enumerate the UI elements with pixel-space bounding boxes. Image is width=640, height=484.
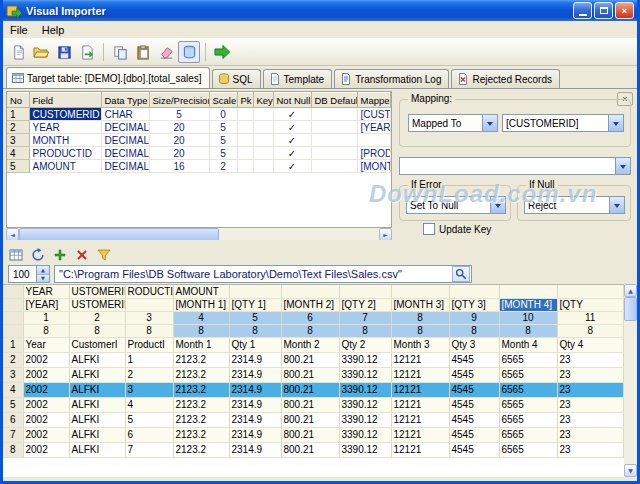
open-icon[interactable] (30, 41, 52, 63)
source-grid-cell[interactable]: 2123.2 (173, 397, 229, 412)
field-cell[interactable]: DECIMAL (101, 160, 149, 173)
source-grid-header-cell[interactable]: 8 (391, 324, 449, 337)
source-grid-header-cell[interactable]: 10 (499, 311, 557, 324)
field-cell[interactable]: ✓ (273, 147, 311, 160)
row-number[interactable]: 5 (7, 160, 29, 173)
field-cell[interactable]: [CUST (357, 108, 391, 121)
spin-up-button[interactable]: ▲ (37, 266, 49, 274)
mapped-to-select[interactable]: Mapped To (408, 114, 498, 132)
source-grid-header-cell[interactable]: 8 (125, 324, 173, 337)
source-grid-header-cell[interactable] (339, 285, 391, 298)
source-grid-cell[interactable]: 4545 (449, 412, 499, 427)
fields-grid-column-header[interactable]: Key (253, 93, 273, 108)
field-cell[interactable] (253, 160, 273, 173)
field-cell[interactable] (237, 147, 253, 160)
filter-icon[interactable] (95, 246, 113, 263)
source-grid-row[interactable]: 42002ALFKI32123.22314.9800.213390.121212… (3, 382, 624, 397)
source-grid-cell[interactable]: 6 (125, 427, 173, 442)
source-grid-row[interactable]: 62002ALFKI52123.22314.9800.213390.121212… (3, 412, 624, 427)
source-grid-vscrollbar[interactable]: ▲ ▼ (624, 284, 637, 477)
source-grid-cell[interactable]: 3 (125, 382, 173, 397)
source-grid-cell[interactable]: Month 1 (173, 337, 229, 352)
source-grid-cell[interactable]: 23 (557, 412, 624, 427)
source-grid-cell[interactable]: 6565 (499, 367, 557, 382)
field-cell[interactable] (253, 121, 273, 134)
field-cell[interactable]: ✓ (273, 121, 311, 134)
source-grid-cell[interactable]: Qty 2 (339, 337, 391, 352)
source-grid-cell[interactable]: ProductI (125, 337, 173, 352)
source-grid-cell[interactable]: 6565 (499, 412, 557, 427)
source-grid-cell[interactable]: 2314.9 (229, 367, 281, 382)
chevron-down-icon[interactable] (490, 197, 505, 213)
row-number[interactable]: 3 (7, 134, 29, 147)
clear-icon[interactable] (155, 41, 177, 63)
source-grid-cell[interactable]: 3390.12 (339, 397, 391, 412)
fields-grid-column-header[interactable]: Scale (209, 93, 237, 108)
export-icon[interactable] (76, 41, 98, 63)
file-path-combo[interactable]: "C:\Program Files\DB Software Laboratory… (54, 265, 472, 283)
source-grid-cell[interactable]: Qty 4 (557, 337, 624, 352)
checkbox-icon[interactable] (423, 223, 435, 235)
source-grid-header-cell[interactable]: 8 (339, 324, 391, 337)
source-grid-row[interactable]: 22002ALFKI12123.22314.9800.213390.121212… (3, 352, 624, 367)
field-cell[interactable]: ✓ (273, 108, 311, 121)
source-grid-cell[interactable]: 4545 (449, 352, 499, 367)
paste-icon[interactable] (132, 41, 154, 63)
source-grid-cell[interactable]: 2314.9 (229, 442, 281, 457)
source-grid-header-cell[interactable]: 5 (229, 311, 281, 324)
source-grid-row[interactable]: 82002ALFKI72123.22314.9800.213390.121212… (3, 442, 624, 457)
field-cell[interactable] (253, 134, 273, 147)
source-grid-cell[interactable]: 2314.9 (229, 382, 281, 397)
row-number[interactable]: 2 (7, 121, 29, 134)
field-cell[interactable]: DECIMAL (101, 134, 149, 147)
menu-help[interactable]: Help (35, 23, 72, 37)
source-grid-cell[interactable]: 6565 (499, 352, 557, 367)
source-grid-header-cell[interactable]: 8 (499, 324, 557, 337)
source-grid-cell[interactable]: Qty 3 (449, 337, 499, 352)
scroll-up-button[interactable]: ▲ (624, 284, 637, 297)
source-grid-cell[interactable]: 23 (557, 427, 624, 442)
source-grid-cell[interactable]: 2002 (23, 397, 69, 412)
source-grid-header-cell[interactable]: 4 (173, 311, 229, 324)
source-grid-header-cell[interactable]: [QTY (557, 298, 624, 311)
source-grid-cell[interactable]: 3390.12 (339, 367, 391, 382)
field-cell[interactable]: YEAR (29, 121, 101, 134)
if-error-select[interactable]: Set To Null (406, 196, 506, 214)
field-cell[interactable]: DECIMAL (101, 121, 149, 134)
source-grid-row[interactable]: 72002ALFKI62123.22314.9800.213390.121212… (3, 427, 624, 442)
source-grid-cell[interactable]: 2002 (23, 412, 69, 427)
source-grid-cell[interactable]: 2002 (23, 427, 69, 442)
source-grid-cell[interactable]: 4545 (449, 427, 499, 442)
tab-target-table[interactable]: Target table: [DEMO].[dbo].[total_sales] (6, 67, 210, 88)
fields-grid-row[interactable]: 4PRODUCTIDDECIMAL205✓[PROD (7, 147, 391, 160)
source-grid-header-cell[interactable]: [QTY 3] (449, 298, 499, 311)
source-grid-cell[interactable]: 2123.2 (173, 352, 229, 367)
source-grid-cell[interactable]: 2123.2 (173, 427, 229, 442)
source-grid-cell[interactable]: 4545 (449, 397, 499, 412)
source-grid-header-cell[interactable]: 8 (281, 324, 339, 337)
source-grid-header-cell[interactable]: 11 (557, 311, 624, 324)
source-grid-header-cell[interactable]: [MONTH 2] (281, 298, 339, 311)
fields-grid-column-header[interactable]: Field (29, 93, 101, 108)
source-grid-cell[interactable]: 23 (557, 397, 624, 412)
field-cell[interactable] (237, 134, 253, 147)
source-grid-cell[interactable]: 1 (125, 352, 173, 367)
source-grid-cell[interactable]: Qty 1 (229, 337, 281, 352)
source-grid-cell[interactable]: 3390.12 (339, 352, 391, 367)
fields-grid-column-header[interactable]: Pk (237, 93, 253, 108)
field-cell[interactable] (237, 160, 253, 173)
source-grid-header-cell[interactable] (499, 285, 557, 298)
field-cell[interactable]: 5 (209, 134, 237, 147)
source-grid-header-cell[interactable]: 7 (339, 311, 391, 324)
source-grid-cell[interactable]: 2002 (23, 352, 69, 367)
copy-icon[interactable] (109, 41, 131, 63)
source-grid-cell[interactable]: Month 2 (281, 337, 339, 352)
source-grid-cell[interactable]: 800.21 (281, 427, 339, 442)
source-grid-cell[interactable]: 4 (125, 397, 173, 412)
execute-icon[interactable] (211, 41, 233, 63)
source-grid-cell[interactable]: 12121 (391, 367, 449, 382)
field-cell[interactable]: ✓ (273, 160, 311, 173)
minimize-button[interactable] (573, 2, 592, 19)
source-grid-cell[interactable]: 6565 (499, 382, 557, 397)
fields-grid-column-header[interactable]: DB Default (311, 93, 357, 108)
